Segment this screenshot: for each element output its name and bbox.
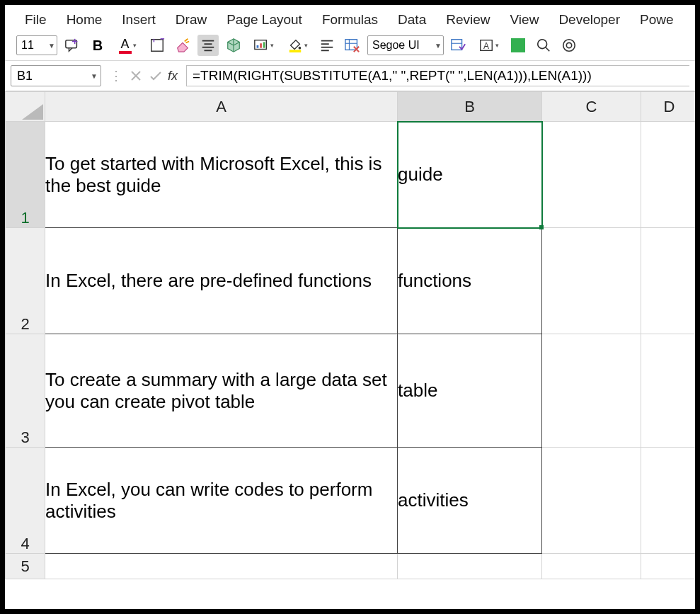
cell-d1[interactable] [641, 122, 696, 228]
clear-formatting-button[interactable] [172, 35, 193, 56]
select-all-corner[interactable] [6, 92, 45, 122]
svg-rect-14 [260, 43, 262, 47]
font-size-value: 11 [21, 39, 34, 52]
menu-file[interactable]: File [25, 12, 47, 28]
cell-d2[interactable] [641, 228, 696, 334]
new-comment-button[interactable] [62, 35, 83, 56]
formula-text: =TRIM(RIGHT(SUBSTITUTE(A1," ",REPT(" ",L… [193, 68, 592, 84]
enter-formula-button[interactable] [147, 66, 165, 86]
col-header-b[interactable]: B [398, 92, 542, 122]
cell-b2[interactable]: functions [398, 228, 542, 334]
row-header-1[interactable]: 1 [6, 122, 45, 228]
cell-c5[interactable] [542, 554, 641, 579]
row-header-2[interactable]: 2 [6, 228, 45, 334]
svg-line-7 [186, 42, 190, 43]
menu-view[interactable]: View [510, 12, 539, 28]
svg-point-33 [563, 40, 575, 52]
menu-power-truncated[interactable]: Powe [640, 12, 674, 28]
font-name-select[interactable]: Segoe UI ▼ [367, 35, 444, 55]
cube-icon [226, 38, 241, 53]
magnifier-icon [536, 38, 551, 53]
menu-page-layout[interactable]: Page Layout [226, 12, 302, 28]
align-left-button[interactable] [316, 35, 338, 56]
cell-b4[interactable]: activities [398, 448, 542, 554]
row-header-4[interactable]: 4 [6, 448, 45, 554]
col-header-d[interactable]: D [641, 92, 696, 122]
cell-c2[interactable] [542, 228, 641, 334]
cancel-formula-button[interactable] [127, 66, 145, 86]
chevron-down-icon: ▾ [133, 42, 137, 49]
cell-a1[interactable]: To get started with Microsoft Excel, thi… [45, 122, 398, 228]
cell-c1[interactable] [542, 122, 641, 228]
menu-data[interactable]: Data [398, 12, 426, 28]
target-circle-icon [561, 38, 577, 53]
comment-icon [64, 38, 80, 53]
menu-developer[interactable]: Developer [558, 12, 620, 28]
col-header-c[interactable]: C [542, 92, 641, 122]
svg-line-32 [546, 47, 550, 52]
align-center-button[interactable] [197, 35, 219, 56]
record-macro-button[interactable] [448, 35, 469, 56]
svg-rect-17 [289, 50, 301, 52]
name-box[interactable]: B1 ▼ [11, 65, 101, 86]
font-color-button[interactable]: A ▾ [113, 35, 142, 56]
svg-line-6 [185, 39, 188, 42]
insert-chart-button[interactable]: ▾ [248, 35, 278, 56]
svg-rect-13 [256, 45, 258, 48]
font-size-select[interactable]: 11 ▼ [16, 35, 57, 55]
separator-icon: ⋮ [110, 68, 122, 84]
bold-button[interactable]: B [87, 35, 108, 56]
col-header-a[interactable]: A [45, 92, 398, 122]
bold-label: B [93, 38, 103, 54]
record-macro-icon [450, 38, 467, 53]
fx-label[interactable]: fx [168, 69, 178, 84]
cell-b3[interactable]: table [398, 334, 542, 448]
align-left-icon [319, 38, 335, 53]
spreadsheet-grid[interactable]: A B C D 1 To get started with Microsoft … [5, 91, 695, 609]
row-header-5[interactable]: 5 [6, 554, 45, 579]
cell-d5[interactable] [641, 554, 696, 579]
svg-point-16 [298, 47, 301, 50]
chevron-down-icon: ▾ [304, 42, 308, 49]
cell-a2[interactable]: In Excel, there are pre-defined function… [45, 228, 398, 334]
fill-color-button[interactable]: ▾ [282, 35, 312, 56]
check-icon [149, 70, 162, 81]
chevron-down-icon: ▾ [495, 42, 499, 49]
menu-formulas[interactable]: Formulas [322, 12, 378, 28]
borders-icon [149, 38, 165, 53]
cell-d4[interactable] [641, 448, 696, 554]
svg-point-34 [566, 42, 571, 47]
x-icon [130, 70, 142, 81]
row-header-3[interactable]: 3 [6, 334, 45, 448]
menu-home[interactable]: Home [67, 12, 103, 28]
formula-bar-buttons: ⋮ fx [110, 66, 182, 86]
menu-insert[interactable]: Insert [122, 12, 156, 28]
cell-c3[interactable] [542, 334, 641, 448]
3d-model-button[interactable] [223, 35, 244, 56]
text-box-button[interactable]: A ▾ [474, 35, 503, 56]
name-box-value: B1 [17, 69, 33, 84]
toolbar: 11 ▼ B A ▾ [5, 32, 695, 61]
borders-button[interactable] [147, 35, 168, 56]
cell-a4[interactable]: In Excel, you can write codes to perform… [45, 448, 398, 554]
font-color-swatch-icon [119, 51, 132, 54]
insert-circle-button[interactable] [558, 35, 580, 56]
cell-b1[interactable]: guide [398, 122, 542, 228]
clear-button[interactable] [342, 35, 363, 56]
menu-bar: File Home Insert Draw Page Layout Formul… [5, 5, 695, 32]
svg-rect-3 [151, 40, 163, 52]
cell-d3[interactable] [641, 334, 696, 448]
formula-input[interactable]: =TRIM(RIGHT(SUBSTITUTE(A1," ",REPT(" ",L… [186, 65, 689, 86]
zoom-button[interactable] [533, 35, 554, 56]
chart-icon [253, 38, 269, 53]
menu-review[interactable]: Review [446, 12, 490, 28]
excel-app: File Home Insert Draw Page Layout Formul… [5, 5, 695, 609]
cell-a3[interactable]: To create a summary with a large data se… [45, 334, 398, 448]
cell-b5[interactable] [398, 554, 542, 579]
cell-c4[interactable] [542, 448, 641, 554]
menu-draw[interactable]: Draw [176, 12, 207, 28]
shape-fill-button[interactable] [507, 35, 529, 56]
align-center-icon [200, 38, 216, 53]
cell-a5[interactable] [45, 554, 398, 579]
eraser-icon [175, 38, 190, 53]
